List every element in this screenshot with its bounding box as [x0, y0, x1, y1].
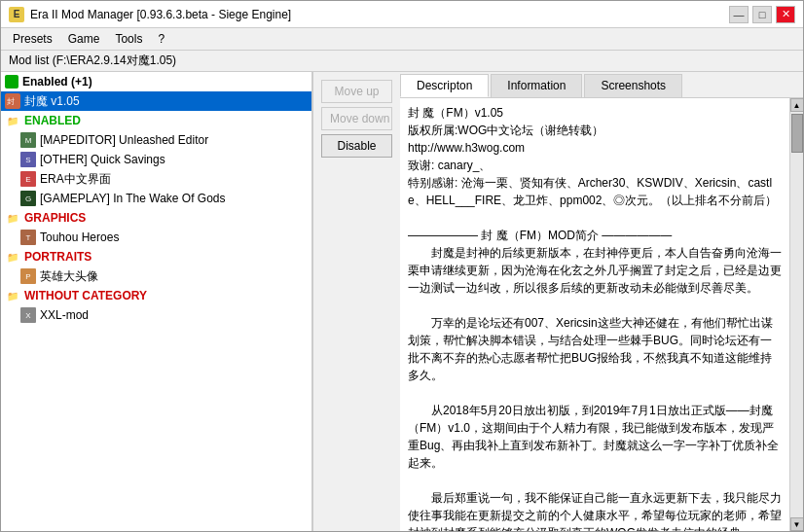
mod-era-chinese[interactable]: E ERA中文界面 — [1, 169, 311, 189]
scrollbar[interactable]: ▲ ▼ — [789, 98, 803, 531]
description-text: 封 魔（FM）v1.05 版权所属:WOG中文论坛（谢绝转载） http://w… — [408, 104, 782, 531]
mod-list[interactable]: Enabled (+1) 封 封魔 v1.05 📁 ENABLED — [1, 72, 311, 531]
mapeditor-icon: M — [20, 132, 36, 148]
scroll-track[interactable] — [790, 112, 804, 517]
mod-xxl[interactable]: X XXL-mod — [1, 305, 311, 325]
enabled-header: Enabled (+1) — [1, 72, 311, 91]
menu-help[interactable]: ? — [150, 30, 172, 48]
title-bar-left: E Era II Mod Manager [0.93.6.3.beta - Si… — [9, 7, 291, 22]
menu-presets[interactable]: Presets — [5, 30, 60, 48]
portrait-icon: P — [20, 268, 36, 284]
scroll-up-arrow[interactable]: ▲ — [790, 98, 804, 112]
move-down-button[interactable]: Move down — [321, 107, 392, 130]
svg-text:封: 封 — [7, 97, 15, 106]
tab-screenshots[interactable]: Screenshots — [584, 74, 682, 97]
tab-bar: Descripton Information Screenshots — [400, 72, 803, 98]
tab-information[interactable]: Information — [491, 74, 582, 97]
left-panel: Enabled (+1) 封 封魔 v1.05 📁 ENABLED — [1, 72, 312, 531]
xxl-icon: X — [20, 307, 36, 323]
mod-touhou[interactable]: T Touhou Heroes — [1, 228, 311, 247]
menu-game[interactable]: Game — [60, 30, 108, 48]
window-title: Era II Mod Manager [0.93.6.3.beta - Sieg… — [30, 8, 291, 21]
close-button[interactable]: ✕ — [776, 6, 795, 23]
button-panel: Move up Move down Disable — [312, 72, 400, 531]
graphics-folder-icon: 📁 — [5, 210, 20, 226]
mod-list-path: Mod list (F:\ERA2.9.14对魔1.05) — [1, 51, 803, 72]
portraits-folder-icon: 📁 — [5, 249, 20, 265]
scroll-thumb[interactable] — [791, 114, 803, 153]
section-without-category: 📁 WITHOUT CATEGORY — [1, 286, 311, 305]
main-content: Enabled (+1) 封 封魔 v1.05 📁 ENABLED — [1, 72, 803, 531]
without-folder-icon: 📁 — [5, 288, 20, 303]
app-icon: E — [9, 7, 24, 22]
section-graphics: 📁 GRAPHICS — [1, 208, 311, 228]
save-icon: S — [20, 152, 36, 167]
side-content: 封 魔（FM）v1.05 版权所属:WOG中文论坛（谢绝转载） http://w… — [400, 98, 803, 531]
enabled-icon — [5, 75, 18, 89]
mod-portrait[interactable]: P 英雄大头像 — [1, 266, 311, 286]
maximize-button[interactable]: □ — [752, 6, 772, 23]
mod-mapeditor[interactable]: M [MAPEDITOR] Unleashed Editor — [1, 130, 311, 150]
mod-icon: 封 — [5, 93, 20, 109]
section-enabled: 📁 ENABLED — [1, 111, 311, 130]
menubar: Presets Game Tools ? — [1, 28, 803, 51]
title-bar: E Era II Mod Manager [0.93.6.3.beta - Si… — [1, 1, 803, 28]
touhou-icon: T — [20, 230, 36, 245]
selected-mod-item[interactable]: 封 封魔 v1.05 — [1, 91, 311, 111]
disable-button[interactable]: Disable — [321, 134, 392, 158]
mod-gameplay[interactable]: G [GAMEPLAY] In The Wake Of Gods — [1, 189, 311, 208]
era-icon: E — [20, 171, 36, 187]
mod-quick-savings[interactable]: S [OTHER] Quick Savings — [1, 150, 311, 169]
menu-tools[interactable]: Tools — [107, 30, 150, 48]
scroll-down-arrow[interactable]: ▼ — [790, 517, 804, 531]
main-window: E Era II Mod Manager [0.93.6.3.beta - Si… — [0, 0, 804, 532]
tab-description[interactable]: Descripton — [400, 74, 489, 97]
minimize-button[interactable]: — — [729, 6, 749, 23]
gameplay-icon: G — [20, 191, 36, 206]
move-up-button[interactable]: Move up — [321, 80, 392, 103]
description-area[interactable]: 封 魔（FM）v1.05 版权所属:WOG中文论坛（谢绝转载） http://w… — [400, 98, 789, 531]
section-portraits: 📁 PORTRAITS — [1, 247, 311, 266]
folder-icon: 📁 — [5, 113, 20, 128]
right-panel: Descripton Information Screenshots 封 魔（F… — [400, 72, 803, 531]
title-controls: — □ ✕ — [729, 6, 795, 23]
